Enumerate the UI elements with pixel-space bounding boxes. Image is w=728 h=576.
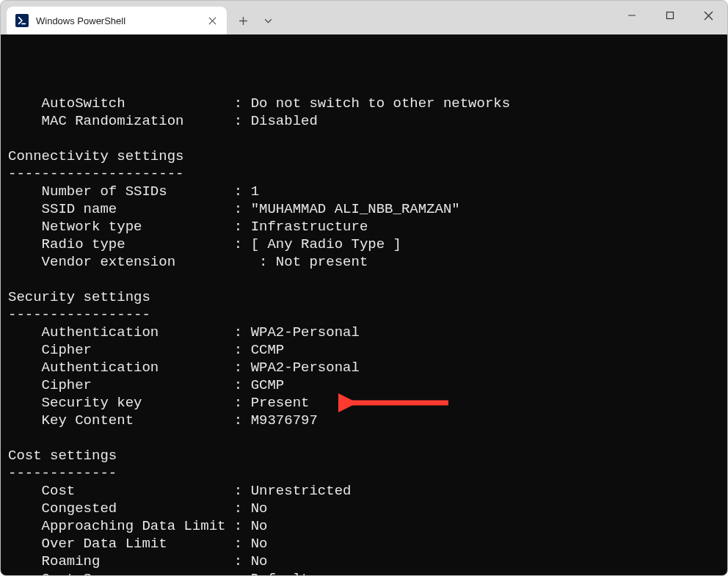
tabstrip-controls (231, 7, 280, 34)
terminal-line: SSID name : "MUHAMMAD ALI_NBB_RAMZAN" (8, 200, 720, 218)
close-icon (704, 11, 713, 21)
tab-close-button[interactable] (205, 13, 219, 28)
close-window-button[interactable] (689, 1, 727, 30)
terminal-line: Cipher : CCMP (8, 341, 720, 359)
maximize-button[interactable] (651, 1, 689, 30)
window-controls (613, 1, 727, 30)
tab-powershell[interactable]: Windows PowerShell (7, 7, 227, 34)
terminal-line: Connectivity settings (8, 147, 720, 165)
terminal-line: Security key : Present (8, 394, 720, 412)
terminal-line: ------------- (8, 464, 720, 482)
terminal-line: Security settings (8, 288, 720, 306)
terminal-line (8, 271, 720, 288)
terminal-line: Radio type : [ Any Radio Type ] (8, 236, 720, 253)
terminal-line (8, 130, 720, 147)
terminal-line: Key Content : M9376797 (8, 412, 720, 429)
terminal-line: ----------------- (8, 306, 720, 324)
title-bar: Windows PowerShell (1, 1, 727, 34)
minimize-button[interactable] (613, 1, 651, 30)
powershell-icon (15, 14, 29, 27)
terminal-line: Cipher : GCMP (8, 376, 720, 394)
terminal-line: Authentication : WPA2-Personal (8, 359, 720, 376)
terminal-line: Over Data Limit : No (8, 535, 720, 553)
svg-rect-2 (667, 12, 674, 19)
terminal-line: Cost Source : Default (8, 570, 720, 575)
terminal-line: Approaching Data Limit : No (8, 517, 720, 535)
maximize-icon (666, 11, 674, 20)
tab-title: Windows PowerShell (36, 15, 205, 26)
terminal-line: Network type : Infrastructure (8, 218, 720, 236)
terminal-line: Roaming : No (8, 553, 720, 570)
terminal-line: Vendor extension : Not present (8, 253, 720, 271)
close-icon (208, 17, 216, 25)
terminal-line: Cost settings (8, 447, 720, 464)
plus-icon (239, 16, 248, 26)
minimize-icon (627, 11, 636, 20)
terminal-line: Number of SSIDs : 1 (8, 183, 720, 200)
chevron-down-icon (263, 16, 273, 26)
terminal-line: Congested : No (8, 500, 720, 517)
terminal-output: AutoSwitch : Do not switch to other netw… (8, 77, 720, 575)
terminal-line (8, 77, 720, 95)
new-tab-button[interactable] (231, 9, 255, 32)
app-window: Windows PowerShell Au (0, 0, 728, 576)
terminal-line: Authentication : WPA2-Personal (8, 324, 720, 341)
terminal-line: AutoSwitch : Do not switch to other netw… (8, 95, 720, 112)
terminal-line (8, 429, 720, 447)
terminal-line: MAC Randomization : Disabled (8, 112, 720, 130)
tab-dropdown-button[interactable] (256, 9, 280, 32)
terminal-pane[interactable]: AutoSwitch : Do not switch to other netw… (1, 34, 727, 575)
terminal-line: --------------------- (8, 165, 720, 183)
terminal-line: Cost : Unrestricted (8, 482, 720, 500)
